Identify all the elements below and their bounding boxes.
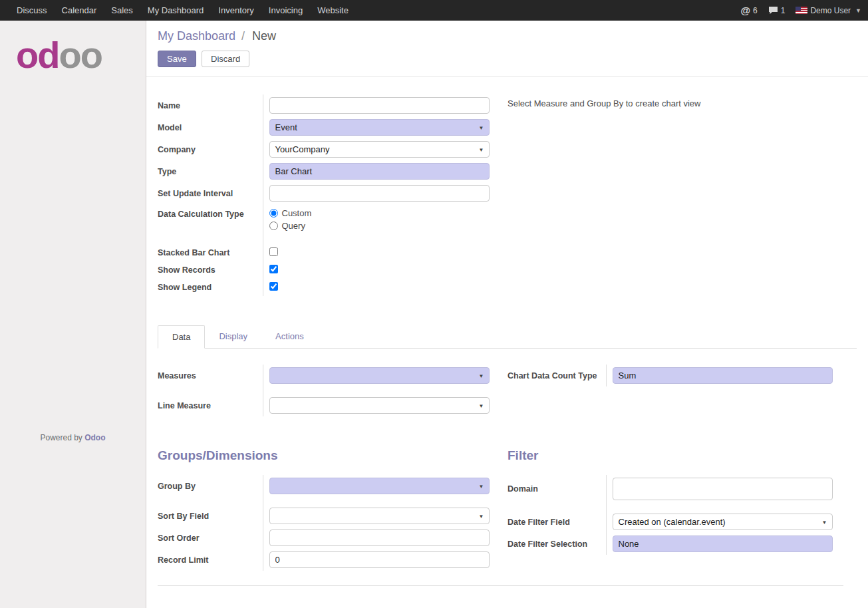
domain-input[interactable] [613, 478, 833, 500]
show-records-checkbox[interactable] [269, 265, 278, 273]
menu-invoicing[interactable]: Invoicing [261, 0, 310, 21]
sort-order-label: Sort Order [158, 527, 263, 549]
tab-pane-data: Measures ▼ Line Measure [158, 349, 857, 416]
select-caret-icon: ▼ [479, 120, 484, 135]
date-filter-selection-label: Date Filter Selection [507, 533, 606, 555]
menu-inventory[interactable]: Inventory [211, 0, 261, 21]
powered-by-text: Powered by [40, 433, 82, 442]
activity-count: 6 [753, 6, 758, 15]
company-value: YourCompany [275, 144, 330, 154]
radio-custom-label: Custom [282, 208, 312, 218]
data-calc-type-label: Data Calculation Type [158, 204, 263, 235]
radio-query[interactable]: Query [269, 220, 508, 232]
user-menu[interactable]: Demo User ▼ [796, 6, 861, 15]
domain-label: Domain [507, 475, 606, 511]
type-input[interactable] [269, 163, 490, 180]
update-interval-label: Set Update Interval [158, 182, 263, 204]
activities-button[interactable]: @ 6 [740, 5, 757, 16]
chevron-down-icon: ▼ [855, 7, 861, 14]
breadcrumb: My Dashboard / New [158, 29, 868, 43]
measures-label: Measures [158, 365, 263, 394]
model-label: Model [158, 116, 263, 138]
sidebar: odoo Powered by Odoo [0, 21, 146, 608]
chart-count-input[interactable] [613, 367, 833, 384]
date-filter-field-select[interactable]: Created on (calendar.event) ▼ [613, 514, 833, 530]
record-limit-input[interactable] [269, 551, 490, 568]
select-caret-icon: ▼ [822, 514, 827, 530]
message-count: 1 [781, 6, 786, 15]
select-caret-icon: ▼ [479, 508, 484, 524]
measures-select[interactable]: ▼ [269, 367, 490, 384]
select-caret-icon: ▼ [479, 368, 484, 383]
flag-icon [796, 7, 807, 14]
notebook-tabs: Data Display Actions [158, 325, 857, 349]
control-panel: My Dashboard / New Save Discard [146, 21, 868, 76]
model-value: Event [275, 122, 297, 132]
user-name: Demo User [810, 6, 851, 15]
company-select[interactable]: YourCompany ▼ [269, 141, 490, 158]
select-caret-icon: ▼ [479, 478, 484, 494]
group-by-select[interactable]: ▼ [269, 478, 490, 494]
line-measure-select[interactable]: ▼ [269, 397, 490, 414]
logo-text-right: oo [59, 34, 101, 76]
line-measure-label: Line Measure [158, 394, 263, 416]
type-label: Type [158, 160, 263, 182]
powered-by: Powered by Odoo [0, 433, 146, 442]
date-filter-selection-select[interactable]: None [613, 535, 833, 552]
main-content: My Dashboard / New Save Discard Name [146, 21, 868, 608]
radio-query-label: Query [282, 221, 305, 231]
menu-sales[interactable]: Sales [104, 0, 140, 21]
menu-website[interactable]: Website [310, 0, 356, 21]
logo-text-left: od [16, 34, 59, 76]
company-label: Company [158, 138, 263, 160]
chart-hint-text: Select Measure and Group By to create ch… [507, 94, 857, 108]
stacked-checkbox[interactable] [269, 247, 278, 256]
menu-calendar[interactable]: Calendar [55, 0, 104, 21]
name-label: Name [158, 94, 263, 116]
show-records-label: Show Records [158, 261, 263, 279]
sort-order-input[interactable] [269, 530, 490, 546]
stacked-label: Stacked Bar Chart [158, 244, 263, 261]
sort-by-label: Sort By Field [158, 505, 263, 527]
filter-section-title: Filter [507, 448, 857, 463]
group-by-label: Group By [158, 475, 263, 505]
tab-actions[interactable]: Actions [261, 325, 318, 349]
save-button[interactable]: Save [158, 51, 196, 67]
date-filter-field-label: Date Filter Field [507, 511, 606, 533]
update-interval-input[interactable] [269, 185, 490, 202]
messages-button[interactable]: 1 [768, 6, 786, 15]
discard-button[interactable]: Discard [202, 51, 249, 67]
name-input[interactable] [269, 97, 490, 114]
breadcrumb-separator: / [241, 29, 245, 43]
chart-count-label: Chart Data Count Type [507, 365, 606, 386]
model-select[interactable]: Event ▼ [269, 119, 490, 136]
show-legend-checkbox[interactable] [269, 282, 278, 291]
form-sheet: Name Model Event ▼ [146, 76, 868, 586]
radio-custom[interactable]: Custom [269, 207, 508, 220]
date-filter-selection-value: None [619, 539, 639, 549]
app-menus: Discuss Calendar Sales My Dashboard Inve… [9, 0, 356, 21]
date-filter-field-value: Created on (calendar.event) [619, 517, 726, 527]
form-bottom-divider [158, 585, 843, 586]
chat-bubble-icon [768, 6, 778, 15]
menu-my-dashboard[interactable]: My Dashboard [140, 0, 212, 21]
odoo-logo: odoo [16, 37, 146, 74]
select-caret-icon: ▼ [479, 142, 484, 157]
breadcrumb-current: New [252, 29, 276, 43]
show-legend-label: Show Legend [158, 279, 263, 296]
radio-custom-input[interactable] [269, 209, 278, 218]
powered-by-brand-link[interactable]: Odoo [84, 433, 105, 442]
select-caret-icon: ▼ [479, 398, 484, 413]
top-navbar: Discuss Calendar Sales My Dashboard Inve… [0, 0, 868, 21]
tab-data[interactable]: Data [158, 325, 205, 349]
radio-query-input[interactable] [269, 222, 278, 230]
menu-discuss[interactable]: Discuss [9, 0, 55, 21]
sort-by-select[interactable]: ▼ [269, 508, 490, 524]
record-limit-label: Record Limit [158, 549, 263, 571]
breadcrumb-parent-link[interactable]: My Dashboard [158, 29, 235, 43]
activities-icon: @ [740, 5, 750, 16]
tab-display[interactable]: Display [205, 325, 261, 349]
groups-section-title: Groups/Dimensions [158, 448, 507, 463]
